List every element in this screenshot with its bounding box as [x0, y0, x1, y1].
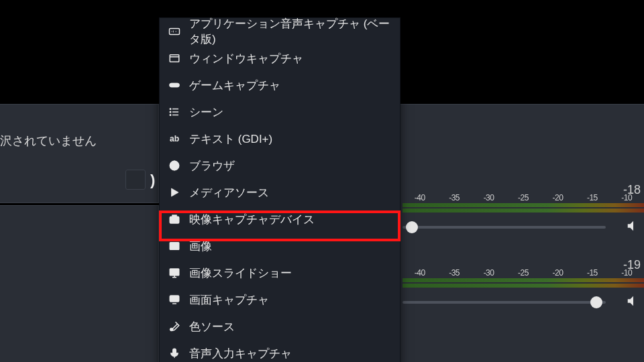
- menu-label: ゲームキャプチャ: [189, 78, 280, 93]
- menu-item-text[interactable]: ab テキスト (GDI+): [160, 125, 400, 152]
- audio-capture-icon: [168, 25, 181, 38]
- no-source-selected-label: 沢されていません: [0, 133, 114, 149]
- slideshow-icon: [168, 266, 181, 280]
- list-icon: [168, 105, 181, 119]
- menu-label: 画面キャプチャ: [189, 292, 269, 308]
- mute-button-1[interactable]: [626, 219, 641, 236]
- menu-item-image[interactable]: 画像: [160, 233, 400, 259]
- menu-label: ウィンドウキャプチャ: [189, 51, 303, 66]
- properties-button[interactable]: [125, 170, 146, 190]
- menu-item-window-capture[interactable]: ウィンドウキャプチャ: [160, 45, 400, 72]
- menu-item-app-audio[interactable]: アプリケーション音声キャプチャ (ベータ版): [160, 18, 400, 45]
- svg-rect-21: [170, 296, 179, 302]
- svg-point-9: [170, 109, 171, 110]
- text-icon: ab: [168, 132, 181, 145]
- volume-slider-1[interactable]: [402, 226, 606, 229]
- menu-label: アプリケーション音声キャプチャ (ベータ版): [189, 16, 392, 47]
- menu-item-audio-input[interactable]: 音声入力キャプチャ: [160, 340, 400, 362]
- svg-rect-3: [170, 55, 179, 62]
- window-icon: [168, 52, 181, 65]
- brush-icon: [168, 320, 181, 333]
- svg-point-11: [170, 115, 171, 116]
- menu-item-media-source[interactable]: メディアソース: [160, 179, 400, 206]
- menu-item-image-slideshow[interactable]: 画像スライドショー: [160, 259, 400, 286]
- mixer-channel-1: -18 -40-35-30-25-20-15-10: [402, 183, 644, 240]
- sources-header-trunc: ): [150, 172, 155, 189]
- gamepad-icon: [168, 78, 181, 92]
- add-source-menu: アプリケーション音声キャプチャ (ベータ版) ウィンドウキャプチャ ゲームキャプ…: [159, 17, 400, 362]
- svg-rect-20: [170, 269, 179, 276]
- menu-label: 音声入力キャプチャ: [189, 346, 292, 361]
- menu-item-browser[interactable]: ブラウザ: [160, 152, 400, 179]
- menu-label: ブラウザ: [189, 158, 235, 174]
- mixer-channel-2: -19 -40-35-30-25-20-15-10: [402, 258, 644, 315]
- volume-slider-2[interactable]: [402, 301, 606, 304]
- svg-rect-2: [170, 29, 180, 35]
- scene-letters: o i: [0, 215, 34, 276]
- menu-label: シーン: [189, 105, 223, 120]
- play-icon: [168, 186, 181, 199]
- menu-label: 画像スライドショー: [189, 265, 292, 281]
- svg-point-16: [172, 218, 176, 222]
- menu-item-display-capture[interactable]: 画面キャプチャ: [160, 286, 400, 313]
- menu-label: 色ソース: [189, 319, 235, 335]
- mute-button-2[interactable]: [626, 294, 641, 311]
- svg-point-10: [170, 111, 171, 113]
- menu-item-game-capture[interactable]: ゲームキャプチャ: [160, 72, 400, 99]
- menu-item-color-source[interactable]: 色ソース: [160, 313, 400, 340]
- svg-rect-17: [172, 215, 176, 217]
- mixer-meter: -40-35-30-25-20-15-10: [402, 278, 644, 290]
- image-icon: [168, 239, 181, 253]
- monitor-icon: [168, 293, 181, 306]
- volume-knob[interactable]: [406, 221, 418, 233]
- menu-item-video-capture-device[interactable]: 映像キャプチャデバイス: [160, 206, 400, 233]
- menu-label: テキスト (GDI+): [189, 131, 272, 147]
- menu-label: 画像: [189, 239, 212, 254]
- volume-knob[interactable]: [590, 296, 602, 308]
- camera-icon: [168, 213, 181, 226]
- svg-point-23: [170, 328, 173, 331]
- microphone-icon: [168, 347, 181, 360]
- svg-rect-5: [170, 83, 180, 87]
- menu-label: メディアソース: [189, 185, 269, 200]
- menu-item-scene[interactable]: シーン: [160, 99, 400, 125]
- mixer-meter: -40-35-30-25-20-15-10: [402, 203, 644, 215]
- globe-icon: [168, 159, 181, 172]
- menu-label: 映像キャプチャデバイス: [189, 212, 315, 227]
